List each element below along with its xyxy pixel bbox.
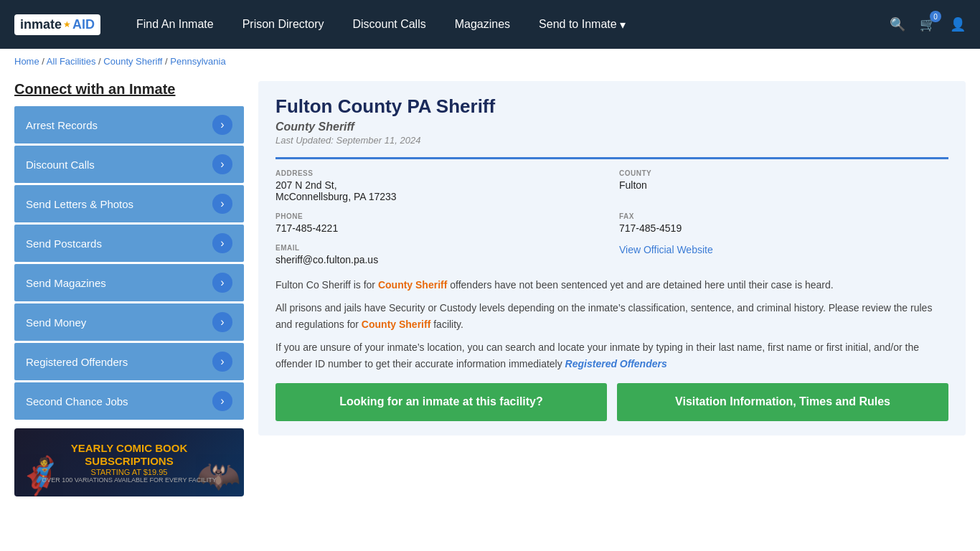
- phone-value: 717-485-4221: [275, 222, 605, 234]
- cart-count-badge: 0: [930, 11, 941, 22]
- sidebar-item-label: Send Magazines: [26, 277, 106, 289]
- breadcrumb-county-sheriff[interactable]: County Sheriff: [103, 56, 162, 67]
- chevron-right-icon: ›: [212, 273, 232, 293]
- search-icon[interactable]: 🔍: [890, 17, 905, 32]
- sidebar: Connect with an Inmate Arrest Records › …: [14, 81, 244, 496]
- sidebar-item-arrest-records[interactable]: Arrest Records ›: [14, 106, 244, 143]
- chevron-right-icon: ›: [212, 115, 232, 135]
- bottom-buttons: Looking for an inmate at this facility? …: [275, 383, 948, 421]
- address-line2: McConnellsburg, PA 17233: [275, 191, 605, 202]
- desc-paragraph-1: Fulton Co Sheriff is for County Sheriff …: [275, 277, 948, 293]
- sidebar-menu: Arrest Records › Discount Calls › Send L…: [14, 106, 244, 420]
- nav-magazines[interactable]: Magazines: [455, 18, 510, 32]
- sidebar-item-label: Second Chance Jobs: [26, 395, 128, 408]
- logo-aid-text: AID: [72, 17, 95, 32]
- website-cell: View Official Website: [619, 244, 948, 265]
- sidebar-item-send-magazines[interactable]: Send Magazines ›: [14, 264, 244, 301]
- sidebar-ad-banner[interactable]: 🦸 YEARLY COMIC BOOK SUBSCRIPTIONS STARTI…: [14, 428, 244, 496]
- address-cell: ADDRESS 207 N 2nd St, McConnellsburg, PA…: [275, 169, 605, 202]
- breadcrumb-pennsylvania[interactable]: Pennsylvania: [170, 56, 225, 67]
- cart-icon[interactable]: 🛒 0: [920, 17, 936, 32]
- email-label: EMAIL: [275, 244, 605, 252]
- desc-paragraph-2: All prisons and jails have Security or C…: [275, 300, 948, 332]
- logo-box: inmate ★ AID: [14, 14, 100, 35]
- nav-prison-directory[interactable]: Prison Directory: [242, 18, 324, 32]
- county-sheriff-link-2[interactable]: County Sheriff: [362, 319, 430, 330]
- county-sheriff-link-1[interactable]: County Sheriff: [378, 279, 447, 291]
- facility-name: Fulton County PA Sheriff: [275, 95, 948, 118]
- sidebar-item-registered-offenders[interactable]: Registered Offenders ›: [14, 343, 244, 380]
- chevron-right-icon: ›: [212, 312, 232, 332]
- sidebar-item-label: Send Money: [26, 316, 86, 329]
- desc1-pre: Fulton Co Sheriff is for: [275, 279, 378, 291]
- main-nav: Find An Inmate Prison Directory Discount…: [136, 18, 854, 32]
- chevron-right-icon: ›: [212, 233, 232, 253]
- email-value: sheriff@co.fulton.pa.us: [275, 254, 605, 265]
- sidebar-item-send-money[interactable]: Send Money ›: [14, 303, 244, 341]
- fax-cell: FAX 717-485-4519: [619, 212, 948, 234]
- chevron-right-icon: ›: [212, 352, 232, 372]
- sidebar-item-discount-calls[interactable]: Discount Calls ›: [14, 146, 244, 183]
- desc1-post: offenders have not been sentenced yet an…: [447, 279, 833, 291]
- county-value: Fulton: [619, 179, 948, 191]
- chevron-right-icon: ›: [212, 154, 232, 174]
- sidebar-item-send-postcards[interactable]: Send Postcards ›: [14, 225, 244, 262]
- facility-info-grid: ADDRESS 207 N 2nd St, McConnellsburg, PA…: [275, 157, 948, 265]
- sidebar-item-label: Arrest Records: [26, 119, 98, 131]
- logo-area[interactable]: inmate ★ AID: [14, 14, 100, 35]
- ad-note: OVER 100 VARIATIONS AVAILABLE FOR EVERY …: [42, 476, 217, 484]
- nav-discount-calls[interactable]: Discount Calls: [352, 18, 425, 32]
- sidebar-title: Connect with an Inmate: [14, 81, 244, 98]
- logo-inmate-text: inmate: [20, 17, 62, 32]
- desc-paragraph-3: If you are unsure of your inmate’s locat…: [275, 339, 948, 372]
- sidebar-item-label: Registered Offenders: [26, 356, 128, 368]
- breadcrumb: Home / All Facilities / County Sheriff /…: [0, 49, 980, 74]
- main-content: Connect with an Inmate Arrest Records › …: [0, 74, 980, 518]
- facility-type: County Sheriff: [275, 121, 948, 133]
- nav-find-inmate[interactable]: Find An Inmate: [136, 18, 214, 32]
- sidebar-item-send-letters[interactable]: Send Letters & Photos ›: [14, 185, 244, 222]
- registered-offenders-link[interactable]: Registered Offenders: [565, 358, 667, 369]
- ad-title-line1: YEARLY COMIC BOOK: [42, 442, 217, 455]
- address-label: ADDRESS: [275, 169, 605, 177]
- phone-cell: PHONE 717-485-4221: [275, 212, 605, 234]
- fax-label: FAX: [619, 212, 948, 220]
- ad-text-area: YEARLY COMIC BOOK SUBSCRIPTIONS STARTING…: [34, 435, 224, 491]
- email-cell: EMAIL sheriff@co.fulton.pa.us: [275, 244, 605, 265]
- nav-icons-area: 🔍 🛒 0 👤: [890, 17, 966, 32]
- facility-updated: Last Updated: September 11, 2024: [275, 135, 948, 146]
- visitation-info-button[interactable]: Visitation Information, Times and Rules: [617, 383, 948, 421]
- county-label: COUNTY: [619, 169, 948, 177]
- desc2-post: facility.: [430, 319, 463, 330]
- sidebar-item-label: Discount Calls: [26, 159, 95, 171]
- address-line1: 207 N 2nd St,: [275, 179, 605, 191]
- sidebar-item-label: Send Letters & Photos: [26, 198, 133, 210]
- county-cell: COUNTY Fulton: [619, 169, 948, 202]
- view-official-website-link[interactable]: View Official Website: [619, 244, 713, 255]
- facility-description: Fulton Co Sheriff is for County Sheriff …: [275, 277, 948, 372]
- chevron-right-icon: ›: [212, 194, 232, 214]
- nav-send-to-inmate[interactable]: Send to Inmate ▾: [539, 18, 626, 32]
- facility-detail-panel: Fulton County PA Sheriff County Sheriff …: [258, 81, 966, 435]
- looking-for-inmate-button[interactable]: Looking for an inmate at this facility?: [275, 383, 607, 421]
- sidebar-item-label: Send Postcards: [26, 237, 102, 250]
- ad-title-line2: SUBSCRIPTIONS: [42, 455, 217, 468]
- header: inmate ★ AID Find An Inmate Prison Direc…: [0, 0, 980, 49]
- user-icon[interactable]: 👤: [950, 17, 966, 32]
- ad-price: STARTING AT $19.95: [42, 468, 217, 476]
- chevron-right-icon: ›: [212, 391, 232, 411]
- phone-label: PHONE: [275, 212, 605, 220]
- logo-star-icon: ★: [63, 19, 71, 29]
- breadcrumb-home[interactable]: Home: [14, 56, 39, 67]
- sidebar-item-second-chance-jobs[interactable]: Second Chance Jobs ›: [14, 382, 244, 420]
- breadcrumb-all-facilities[interactable]: All Facilities: [47, 56, 96, 67]
- fax-value: 717-485-4519: [619, 222, 948, 234]
